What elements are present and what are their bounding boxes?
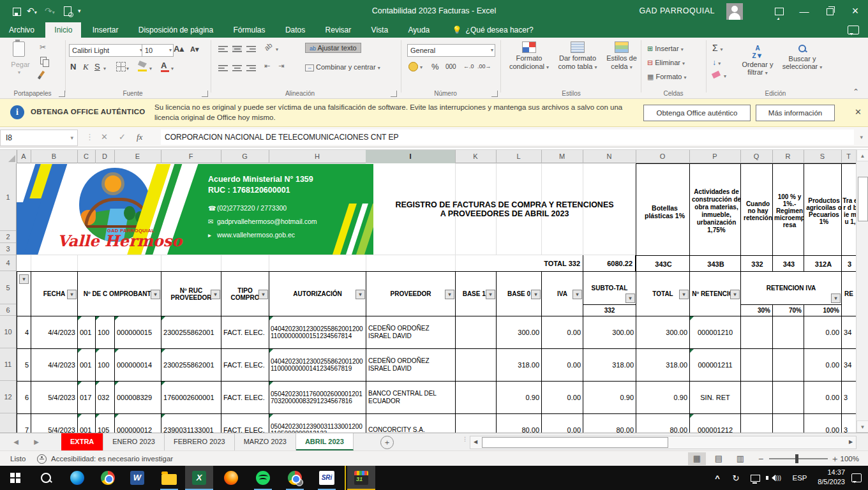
- cell-b13-fecha[interactable]: 5/4/2023: [31, 414, 78, 433]
- header-fecha[interactable]: FECHA: [31, 272, 78, 316]
- col-header-h[interactable]: H: [269, 150, 366, 163]
- new-sheet-icon[interactable]: ＋: [380, 436, 394, 449]
- cell-g10-tipo[interactable]: FACT. ELEC.: [221, 316, 269, 349]
- cell-styles-button[interactable]: Estilos de celda ▾: [604, 41, 640, 71]
- tab-archivo[interactable]: Archivo: [0, 22, 43, 38]
- cell-i12-proveedor[interactable]: BANCO CENTRAL DEL ECUADOR: [366, 382, 456, 414]
- zoom-level[interactable]: 100%: [841, 451, 859, 466]
- cell-h10-autorizacion[interactable]: 0404202301230025586200120011000000000151…: [269, 316, 366, 349]
- row-header-6[interactable]: 6: [0, 304, 16, 316]
- avatar[interactable]: [726, 3, 743, 20]
- align-right-icon[interactable]: [246, 64, 256, 71]
- italic-button[interactable]: K: [83, 62, 89, 72]
- taskbar-search-icon[interactable]: [32, 466, 60, 490]
- cell-a12-seq[interactable]: 6: [17, 382, 31, 414]
- taskbar-firefox-icon[interactable]: [217, 466, 245, 490]
- cell-s1-productos[interactable]: Productos agricoilas o Pecuarios 1%: [804, 163, 844, 258]
- tab-disposicion[interactable]: Disposición de página: [130, 22, 222, 38]
- font-size-select[interactable]: 10▾: [142, 44, 174, 57]
- cell-code-343c[interactable]: 343C: [636, 255, 691, 273]
- close-warning-icon[interactable]: ✕: [855, 107, 862, 117]
- col-header-c[interactable]: C: [77, 150, 96, 163]
- col-header-g[interactable]: G: [221, 150, 269, 163]
- view-page-layout-icon[interactable]: ▤: [710, 452, 728, 465]
- col-header-e[interactable]: E: [114, 150, 161, 163]
- sheet-title-cell[interactable]: REGISTRO DE FACTURAS DE COMPRA Y RETENCI…: [373, 164, 636, 255]
- tray-language[interactable]: ESP: [790, 466, 809, 490]
- tab-ayuda[interactable]: Ayuda: [399, 22, 438, 38]
- col-header-q[interactable]: Q: [740, 150, 773, 163]
- cell-o13-total[interactable]: 80.00: [636, 414, 690, 433]
- zoom-slider-thumb[interactable]: [795, 454, 798, 463]
- header-num-retencion[interactable]: Nº RETENCION: [690, 272, 741, 316]
- taskbar-chrome-icon[interactable]: [94, 466, 122, 490]
- decrease-indent-icon[interactable]: ⇤: [264, 62, 270, 70]
- cell-c10[interactable]: 001: [78, 316, 96, 349]
- close-button[interactable]: ×: [842, 0, 868, 22]
- tray-sync-icon[interactable]: ↻: [729, 466, 743, 490]
- row-header-12[interactable]: 12: [0, 381, 16, 413]
- font-color-button[interactable]: A: [161, 61, 167, 70]
- portapapeles-launcher-icon[interactable]: [59, 91, 65, 97]
- filter-icon[interactable]: [67, 290, 77, 299]
- col-header-m[interactable]: M: [541, 150, 583, 163]
- filter-icon[interactable]: [572, 290, 582, 299]
- vertical-scrollbar[interactable]: ▲ ▼: [856, 149, 868, 433]
- filter-icon[interactable]: [151, 290, 160, 299]
- tab-insertar[interactable]: Insertar: [84, 22, 128, 38]
- decrease-font-icon[interactable]: A▾: [190, 45, 198, 54]
- more-info-button[interactable]: Más información: [756, 105, 835, 121]
- scroll-right-icon[interactable]: ▶: [846, 436, 856, 447]
- col-header-o[interactable]: O: [636, 150, 690, 163]
- cell-k13-base12[interactable]: [456, 414, 497, 433]
- cell-t11[interactable]: 34: [842, 349, 857, 382]
- header-subtotal[interactable]: SUBTO-TAL: [583, 272, 636, 305]
- increase-font-icon[interactable]: A▴: [174, 44, 184, 54]
- header-100[interactable]: 100%: [804, 305, 842, 316]
- cell-g13-tipo[interactable]: FACT. ELEC.: [221, 414, 269, 433]
- tab-datos[interactable]: Datos: [276, 22, 314, 38]
- cell-f13-ruc[interactable]: 2390031133001: [161, 414, 221, 433]
- cell-c13[interactable]: 001: [78, 414, 96, 433]
- increase-decimal-icon[interactable]: ←.0: [463, 63, 474, 70]
- cell-code-332[interactable]: 332: [740, 255, 774, 273]
- sheet-tab-febrero[interactable]: FEBRERO 2023: [165, 433, 235, 450]
- cut-icon[interactable]: ✂: [40, 43, 46, 52]
- cell-i13-proveedor[interactable]: CONCORCITY S.A.: [366, 414, 456, 433]
- cell-f12-ruc[interactable]: 1760002600001: [161, 382, 221, 414]
- cell-l10-base0[interactable]: 300.00: [497, 316, 542, 349]
- cell-q11[interactable]: [741, 349, 773, 382]
- row-header-1[interactable]: 1: [0, 163, 16, 231]
- cell-i10-proveedor[interactable]: CEDEÑO ORDOÑEZ ISRAEL DAVID: [366, 316, 456, 349]
- view-normal-icon[interactable]: ▦: [688, 452, 706, 465]
- tab-vista[interactable]: Vista: [363, 22, 397, 38]
- taskbar-edge-icon[interactable]: [63, 466, 91, 490]
- filter-icon[interactable]: [831, 293, 841, 303]
- cell-t12[interactable]: 3: [842, 382, 857, 414]
- fill-down-icon[interactable]: ↓ ▾: [712, 58, 721, 67]
- decrease-decimal-icon[interactable]: .00→: [477, 63, 491, 70]
- cell-b10-fecha[interactable]: 4/4/2023: [31, 316, 78, 349]
- fill-dropdown-icon[interactable]: ▾: [149, 66, 152, 71]
- cell-p12-retencion[interactable]: SIN. RET: [690, 382, 741, 414]
- cell-o1-botellas[interactable]: Botellas plásticas 1%: [636, 163, 694, 260]
- cell-o11-total[interactable]: 318.00: [636, 349, 690, 382]
- expand-formula-bar-icon[interactable]: ▾: [860, 130, 863, 145]
- cell-p13-retencion[interactable]: 000001212: [690, 414, 741, 433]
- cell-p11-retencion[interactable]: 000001211: [690, 349, 741, 382]
- sheet-tab-extra[interactable]: EXTRA: [61, 433, 103, 450]
- col-header-n[interactable]: N: [583, 150, 636, 163]
- cell-total-amount[interactable]: 6080.22: [583, 255, 636, 271]
- align-bottom-icon[interactable]: [246, 45, 256, 52]
- tray-volume-icon[interactable]: ))): [767, 466, 782, 490]
- borders-dropdown-icon[interactable]: ▾: [126, 66, 129, 71]
- cell-code-343b[interactable]: 343B: [689, 255, 742, 273]
- cell-m11-iva[interactable]: 0.00: [542, 349, 583, 382]
- delete-cells-button[interactable]: ⊟ Eliminar ▾: [647, 56, 685, 71]
- tell-me-box[interactable]: ¿Qué desea hacer?: [466, 22, 542, 38]
- row-header-13[interactable]: [0, 413, 16, 433]
- underline-button[interactable]: S: [94, 62, 100, 71]
- borders-icon[interactable]: [116, 62, 126, 71]
- cell-p10-retencion[interactable]: 000001210: [690, 316, 741, 349]
- tray-clock[interactable]: 14:37 8/5/2023: [818, 468, 845, 487]
